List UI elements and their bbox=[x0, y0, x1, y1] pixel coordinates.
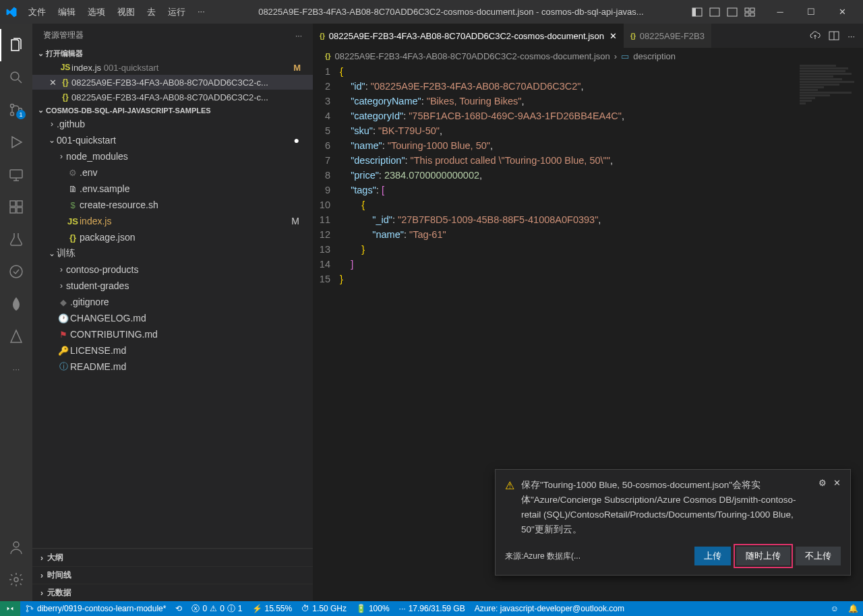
close-icon[interactable]: ✕ bbox=[833, 478, 841, 488]
never-upload-button[interactable]: 不上传 bbox=[796, 547, 841, 565]
panel-header[interactable]: ›元数据 bbox=[32, 584, 313, 601]
file-item[interactable]: {}package.json bbox=[32, 229, 313, 245]
chevron-icon: ⌄ bbox=[47, 135, 57, 145]
editor-tab-2[interactable]: {}08225A9E-F2B3 bbox=[624, 24, 711, 48]
json-icon: {} bbox=[325, 52, 331, 60]
todo-icon[interactable] bbox=[0, 255, 32, 288]
maximize-button[interactable]: ☐ bbox=[796, 0, 827, 24]
panel-header[interactable]: ›时间线 bbox=[32, 566, 313, 584]
file-item[interactable]: ⚙.env bbox=[32, 164, 313, 181]
menu-item[interactable]: 视图 bbox=[112, 3, 140, 21]
panel-bottom-icon[interactable] bbox=[709, 7, 720, 18]
svg-point-21 bbox=[14, 578, 18, 582]
notification-source[interactable]: 来源:Azure 数据库(... bbox=[505, 551, 581, 562]
open-editor-item[interactable]: ✕{}08225A9E-F2B3-4FA3-AB08-8C70ADD6C3C2-… bbox=[32, 90, 313, 104]
folder-item[interactable]: ⌄001-quickstart● bbox=[32, 132, 313, 148]
svg-rect-15 bbox=[10, 201, 16, 206]
file-item[interactable]: 🗎.env.sample bbox=[32, 181, 313, 197]
close-icon[interactable]: ✕ bbox=[46, 78, 59, 88]
azure-status[interactable]: Azure: javascript-developer@outlook.com bbox=[470, 601, 629, 616]
svg-point-19 bbox=[10, 266, 22, 278]
mem-status[interactable]: ···17.96/31.59 GB bbox=[394, 601, 470, 616]
menu-item[interactable]: 文件 bbox=[23, 3, 51, 21]
svg-rect-3 bbox=[710, 13, 719, 16]
accounts-icon[interactable] bbox=[0, 531, 32, 563]
sidebar-header: 资源管理器 ··· bbox=[32, 24, 313, 47]
open-editors-header[interactable]: ⌄打开编辑器 bbox=[32, 47, 313, 60]
sync-status[interactable]: ⟲ bbox=[171, 601, 187, 616]
sidebar-more-icon[interactable]: ··· bbox=[295, 31, 302, 40]
mongodb-icon[interactable] bbox=[0, 288, 32, 320]
folder-item[interactable]: ⌄训练 bbox=[32, 245, 313, 261]
extensions-icon[interactable] bbox=[0, 191, 32, 223]
svg-point-12 bbox=[11, 113, 14, 116]
search-icon[interactable] bbox=[0, 61, 32, 94]
svg-rect-16 bbox=[10, 208, 16, 213]
source-control-icon[interactable]: 1 bbox=[0, 94, 32, 126]
branch-status[interactable]: diberry/0919-contoso-learn-module* bbox=[20, 601, 171, 616]
file-item[interactable]: JSindex.jsM bbox=[32, 213, 313, 229]
menu-item[interactable]: 运行 bbox=[162, 3, 191, 21]
split-editor-icon[interactable] bbox=[829, 30, 839, 41]
file-icon: 🗎 bbox=[66, 184, 80, 194]
tab-more-icon[interactable]: ··· bbox=[847, 31, 855, 41]
panel-right-icon[interactable] bbox=[727, 7, 738, 18]
folder-item[interactable]: ›student-grades bbox=[32, 278, 313, 294]
folder-item[interactable]: ›.github bbox=[32, 116, 313, 132]
status-bar: diberry/0919-contoso-learn-module* ⟲ ⓧ0⚠… bbox=[0, 601, 863, 616]
file-item[interactable]: ⚑CONTRIBUTING.md bbox=[32, 326, 313, 342]
file-item[interactable]: 🕐CHANGELOG.md bbox=[32, 310, 313, 326]
notification-message: 保存"Touring-1000 Blue, 50-cosmos-document… bbox=[521, 478, 812, 537]
close-icon[interactable]: ✕ bbox=[609, 31, 617, 41]
chevron-icon: › bbox=[57, 281, 66, 290]
explorer-icon[interactable] bbox=[0, 29, 32, 61]
problems-status[interactable]: ⓧ0⚠0ⓘ1 bbox=[187, 601, 247, 616]
file-icon: 🔑 bbox=[57, 346, 70, 356]
feedback-icon[interactable]: ☺ bbox=[826, 601, 843, 616]
layout-control[interactable] bbox=[692, 7, 755, 18]
save-notification: ⚠ 保存"Touring-1000 Blue, 50-cosmos-docume… bbox=[495, 469, 851, 576]
minimap[interactable] bbox=[800, 64, 860, 125]
file-item[interactable]: ⓘREADME.md bbox=[32, 359, 313, 375]
chevron-icon: › bbox=[57, 152, 66, 161]
file-icon: ⓘ bbox=[57, 361, 70, 373]
battery-status[interactable]: 🔋100% bbox=[351, 601, 394, 616]
open-editor-item[interactable]: ✕{}08225A9E-F2B3-4FA3-AB08-8C70ADD6C3C2-… bbox=[32, 75, 313, 90]
minimize-button[interactable]: ─ bbox=[765, 0, 796, 24]
workspace-header[interactable]: ⌄COSMOS-DB-SQL-API-JAVASCRIPT-SAMPLES bbox=[32, 104, 313, 116]
file-item[interactable]: $create-resource.sh bbox=[32, 197, 313, 213]
folder-item[interactable]: ›contoso-products bbox=[32, 261, 313, 278]
run-debug-icon[interactable] bbox=[0, 126, 32, 158]
file-item[interactable]: ◆.gitignore bbox=[32, 294, 313, 310]
menu-item[interactable]: ··· bbox=[192, 3, 210, 21]
customize-layout-icon[interactable] bbox=[744, 7, 755, 18]
symbol-icon: ▭ bbox=[621, 51, 629, 61]
notifications-icon[interactable]: 🔔 bbox=[843, 601, 863, 616]
svg-rect-6 bbox=[745, 8, 749, 11]
gear-icon[interactable]: ⚙ bbox=[819, 478, 827, 488]
file-item[interactable]: 🔑LICENSE.md bbox=[32, 342, 313, 359]
menu-item[interactable]: 去 bbox=[142, 3, 161, 21]
menu-item[interactable]: 选项 bbox=[82, 3, 111, 21]
file-icon: JS bbox=[66, 216, 80, 226]
settings-icon[interactable] bbox=[0, 563, 32, 596]
more-icon[interactable]: ··· bbox=[0, 352, 32, 385]
close-button[interactable]: ✕ bbox=[827, 0, 858, 24]
panel-left-icon[interactable] bbox=[692, 7, 703, 18]
azure-icon[interactable] bbox=[0, 320, 32, 352]
remote-indicator[interactable] bbox=[0, 601, 20, 616]
menu-item[interactable]: 编辑 bbox=[53, 3, 81, 21]
panel-header[interactable]: ›大纲 bbox=[32, 549, 313, 566]
cloud-upload-icon[interactable] bbox=[810, 30, 821, 41]
remote-explorer-icon[interactable] bbox=[0, 158, 32, 191]
folder-item[interactable]: ›node_modules bbox=[32, 148, 313, 164]
always-upload-button[interactable]: 随时上传 bbox=[736, 547, 790, 565]
open-editor-item[interactable]: ✕JSindex.js 001-quickstartM bbox=[32, 60, 313, 75]
ghz-status[interactable]: ⏱1.50 GHz bbox=[297, 601, 351, 616]
cpu-status[interactable]: ⚡15.55% bbox=[247, 601, 297, 616]
svg-point-20 bbox=[13, 542, 19, 547]
breadcrumb[interactable]: {} 08225A9E-F2B3-4FA3-AB08-8C70ADD6C3C2-… bbox=[313, 48, 863, 64]
editor-tab-1[interactable]: {}08225A9E-F2B3-4FA3-AB08-8C70ADD6C3C2-c… bbox=[313, 24, 624, 48]
testing-icon[interactable] bbox=[0, 223, 32, 255]
upload-button[interactable]: 上传 bbox=[694, 547, 731, 565]
